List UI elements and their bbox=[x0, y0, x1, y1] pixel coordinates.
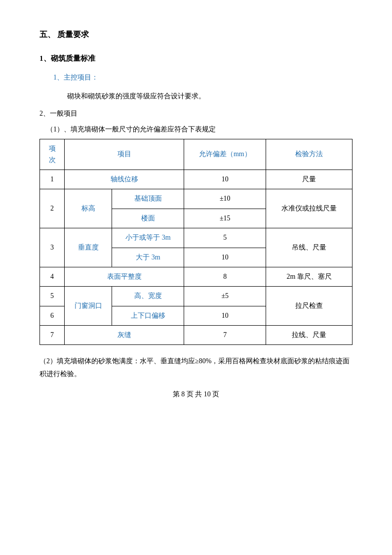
heading-2: 2、一般项目 bbox=[39, 109, 353, 118]
cell-sub-2a: 基础顶面 bbox=[112, 189, 184, 209]
table-row: 1 轴线位移 10 尺量 bbox=[40, 170, 353, 189]
cell-no-7: 7 bbox=[40, 326, 65, 345]
table-intro: （1）、填充墙砌体一般尺寸的允许偏差应符合下表规定 bbox=[46, 125, 353, 134]
cell-sub-3a: 小于或等于 3m bbox=[112, 228, 184, 248]
cell-dev-4: 8 bbox=[184, 267, 266, 286]
cell-no-2: 2 bbox=[40, 189, 65, 228]
cell-name-2: 标高 bbox=[65, 189, 112, 228]
cell-dev-2a: ±10 bbox=[184, 189, 266, 209]
cell-sub-2b: 楼面 bbox=[112, 209, 184, 228]
table-row: 3 垂直度 小于或等于 3m 5 吊线、尺量 bbox=[40, 228, 353, 248]
cell-dev-3a: 5 bbox=[184, 228, 266, 248]
cell-method-4: 2m 靠尺、塞尺 bbox=[266, 267, 353, 286]
bottom-paragraph: （2）填充墙砌体的砂浆饱满度：水平、垂直缝均应≥80%，采用百格网检查块材底面砂… bbox=[39, 355, 353, 380]
blue-heading-1: 1、主控项目： bbox=[53, 73, 353, 82]
cell-dev-7: 7 bbox=[184, 326, 266, 345]
cell-name-7: 灰缝 bbox=[65, 326, 184, 345]
col-header-deviation: 允许偏差（mm） bbox=[184, 139, 266, 170]
cell-sub-6: 上下口偏移 bbox=[112, 306, 184, 325]
cell-method-3: 吊线、尺量 bbox=[266, 228, 353, 267]
col-header-item: 项目 bbox=[65, 139, 184, 170]
cell-no-4: 4 bbox=[40, 267, 65, 286]
cell-dev-2b: ±15 bbox=[184, 209, 266, 228]
sub-title: 1、砌筑质量标准 bbox=[39, 54, 353, 63]
cell-sub-3b: 大于 3m bbox=[112, 248, 184, 267]
cell-no-1: 1 bbox=[40, 170, 65, 189]
cell-name-1: 轴线位移 bbox=[65, 170, 184, 189]
cell-no-3: 3 bbox=[40, 228, 65, 267]
cell-name-4: 表面平整度 bbox=[65, 267, 184, 286]
table-row: 5 门窗洞口 高、宽度 ±5 拉尺检查 bbox=[40, 287, 353, 306]
cell-dev-5: ±5 bbox=[184, 287, 266, 306]
table-row: 7 灰缝 7 拉线、尺量 bbox=[40, 326, 353, 345]
cell-sub-5: 高、宽度 bbox=[112, 287, 184, 306]
table-row: 4 表面平整度 8 2m 靠尺、塞尺 bbox=[40, 267, 353, 286]
table-row: 2 标高 基础顶面 ±10 水准仪或拉线尺量 bbox=[40, 189, 353, 209]
col-header-item-no: 项次 bbox=[40, 139, 65, 170]
page-footer: 第 8 页 共 10 页 bbox=[39, 390, 353, 399]
cell-dev-3b: 10 bbox=[184, 248, 266, 267]
cell-method-5: 拉尺检查 bbox=[266, 287, 353, 326]
cell-dev-6: 10 bbox=[184, 306, 266, 325]
cell-method-1: 尺量 bbox=[266, 170, 353, 189]
section-title: 五、 质量要求 bbox=[39, 30, 353, 40]
col-header-method: 检验方法 bbox=[266, 139, 353, 170]
cell-method-7: 拉线、尺量 bbox=[266, 326, 353, 345]
cell-name-5: 门窗洞口 bbox=[65, 287, 112, 326]
cell-method-2: 水准仪或拉线尺量 bbox=[266, 189, 353, 228]
cell-no-6: 6 bbox=[40, 306, 65, 325]
cell-dev-1: 10 bbox=[184, 170, 266, 189]
quality-table: 项次 项目 允许偏差（mm） 检验方法 1 轴线位移 10 尺量 2 标高 基础… bbox=[39, 139, 353, 345]
cell-no-5: 5 bbox=[40, 287, 65, 306]
cell-name-3: 垂直度 bbox=[65, 228, 112, 267]
paragraph-1: 砌块和砌筑砂浆的强度等级应符合设计要求。 bbox=[67, 90, 353, 102]
